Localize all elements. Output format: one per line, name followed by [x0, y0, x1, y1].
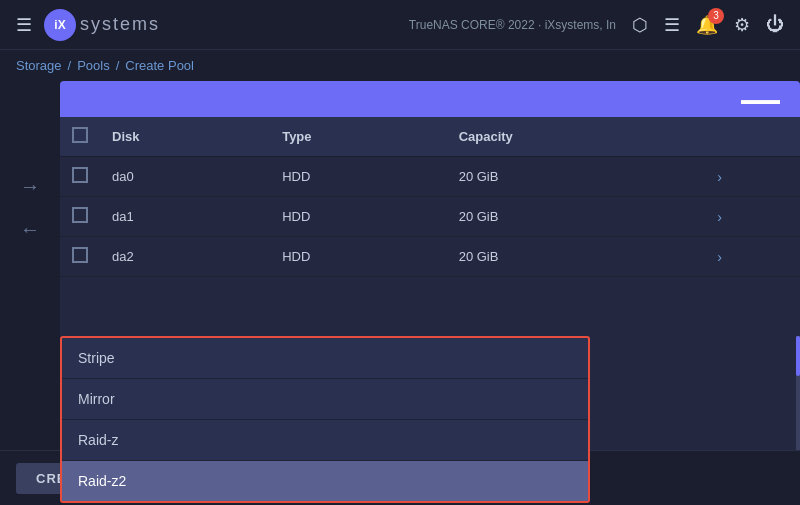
row-2-expand[interactable]: › [705, 237, 800, 277]
disk-table: Disk Type Capacity da0 HDD 20 GiB › [60, 117, 800, 277]
hamburger-icon[interactable]: ☰ [16, 14, 32, 36]
th-actions [705, 117, 800, 157]
breadcrumb-create-pool: Create Pool [125, 58, 194, 73]
dropdown-item-mirror[interactable]: Mirror [62, 379, 588, 420]
notification-badge: 3 [708, 8, 724, 24]
logo-text: systems [80, 14, 160, 35]
main-content: → ← ▬▬▬ Disk Type Capacity [0, 81, 800, 505]
table-row: da1 HDD 20 GiB › [60, 197, 800, 237]
row-0-capacity: 20 GiB [447, 157, 706, 197]
breadcrumb-sep-2: / [116, 58, 120, 73]
chevron-right-icon: › [717, 249, 722, 265]
row-checkbox-cell [60, 197, 100, 237]
row-2-capacity: 20 GiB [447, 237, 706, 277]
arrow-right-btn[interactable]: → [12, 171, 48, 202]
vdev-label-btn[interactable]: ▬▬▬ [729, 88, 792, 111]
header: ☰ iX systems TrueNAS CORE® 2022 · iXsyst… [0, 0, 800, 50]
document-icon[interactable]: ☰ [664, 14, 680, 36]
row-1-capacity: 20 GiB [447, 197, 706, 237]
dropdown-item-raidz2[interactable]: Raid-z2 [62, 461, 588, 501]
chevron-right-icon: › [717, 169, 722, 185]
logo-icon: iX [44, 9, 76, 41]
bell-icon[interactable]: 🔔 3 [696, 14, 718, 36]
row-2-disk: da2 [100, 237, 270, 277]
row-2-checkbox[interactable] [72, 247, 88, 263]
table-row: da0 HDD 20 GiB › [60, 157, 800, 197]
breadcrumb: Storage / Pools / Create Pool [0, 50, 800, 81]
table-top-bar: ▬▬▬ [60, 81, 800, 117]
th-checkbox [60, 117, 100, 157]
header-right: TrueNAS CORE® 2022 · iXsystems, In ⬡ ☰ 🔔… [409, 14, 784, 36]
th-disk: Disk [100, 117, 270, 157]
dropdown-item-stripe[interactable]: Stripe [62, 338, 588, 379]
table-row: da2 HDD 20 GiB › [60, 237, 800, 277]
brand-text: TrueNAS CORE® 2022 · iXsystems, In [409, 18, 616, 32]
th-capacity: Capacity [447, 117, 706, 157]
logo: iX systems [44, 9, 160, 41]
dropdown-item-raidz[interactable]: Raid-z [62, 420, 588, 461]
row-checkbox-cell [60, 237, 100, 277]
layers-icon[interactable]: ⬡ [632, 14, 648, 36]
power-icon[interactable]: ⏻ [766, 14, 784, 35]
th-type: Type [270, 117, 447, 157]
row-2-type: HDD [270, 237, 447, 277]
arrow-left-btn[interactable]: ← [12, 214, 48, 245]
row-1-checkbox[interactable] [72, 207, 88, 223]
header-left: ☰ iX systems [16, 9, 160, 41]
row-0-type: HDD [270, 157, 447, 197]
breadcrumb-sep-1: / [68, 58, 72, 73]
raid-type-dropdown: Stripe Mirror Raid-z Raid-z2 [60, 336, 590, 503]
header-checkbox[interactable] [72, 127, 88, 143]
chevron-right-icon: › [717, 209, 722, 225]
row-checkbox-cell [60, 157, 100, 197]
side-arrows: → ← [0, 81, 60, 505]
row-0-expand[interactable]: › [705, 157, 800, 197]
row-1-type: HDD [270, 197, 447, 237]
row-0-disk: da0 [100, 157, 270, 197]
row-1-disk: da1 [100, 197, 270, 237]
scroll-thumb[interactable] [796, 336, 800, 376]
row-0-checkbox[interactable] [72, 167, 88, 183]
breadcrumb-pools[interactable]: Pools [77, 58, 110, 73]
row-1-expand[interactable]: › [705, 197, 800, 237]
breadcrumb-storage[interactable]: Storage [16, 58, 62, 73]
gear-icon[interactable]: ⚙ [734, 14, 750, 36]
